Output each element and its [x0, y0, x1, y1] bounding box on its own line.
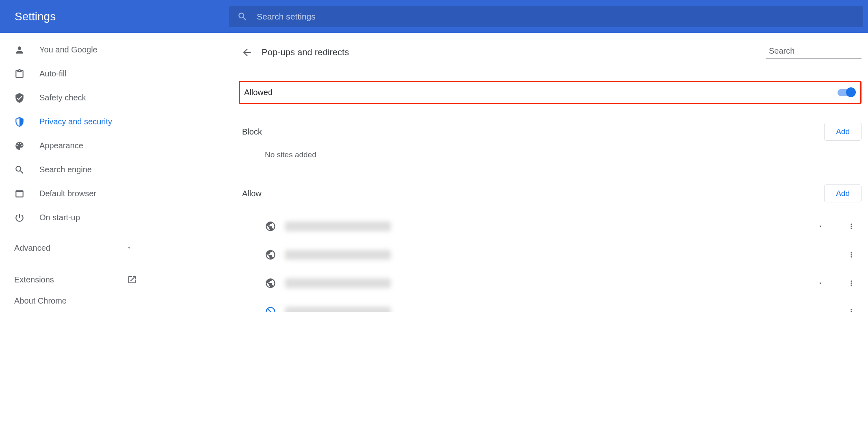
header-search-input[interactable] [257, 12, 855, 22]
site-more-button[interactable] [841, 279, 862, 287]
search-icon [14, 165, 25, 175]
allow-section-header: Allow Add [239, 182, 862, 205]
allow-site-row [239, 212, 862, 241]
site-more-button[interactable] [841, 251, 862, 259]
globe-icon [265, 221, 276, 232]
sidebar-item-appearance[interactable]: Appearance [0, 134, 229, 158]
site-expand-button[interactable] [808, 281, 833, 286]
site-url-redacted [285, 278, 391, 288]
globe-icon [265, 278, 276, 289]
site-favicon-icon [265, 306, 276, 312]
sidebar-extensions-link[interactable]: Extensions [0, 269, 148, 290]
sidebar-item-default-browser[interactable]: Default browser [0, 182, 229, 206]
block-section-label: Block [242, 127, 262, 137]
allow-site-row [239, 297, 862, 312]
sidebar-item-label: Search engine [39, 165, 92, 174]
site-url-redacted [285, 307, 391, 312]
sidebar-advanced-label: Advanced [14, 243, 50, 253]
allow-site-row [239, 241, 862, 269]
sidebar-item-label: Safety check [39, 93, 86, 102]
arrow-back-icon [241, 47, 253, 58]
sidebar-item-you-and-google[interactable]: You and Google [0, 38, 229, 62]
block-section-header: Block Add [239, 120, 862, 143]
site-expand-button[interactable] [808, 224, 833, 229]
page-search-input[interactable] [769, 46, 868, 56]
row-divider [837, 247, 837, 263]
shield-icon [14, 117, 25, 127]
allow-add-button[interactable]: Add [824, 184, 862, 202]
allowed-toggle-row: Allowed [239, 81, 862, 104]
block-empty-text: No sites added [239, 150, 862, 159]
sidebar-item-autofill[interactable]: Auto-fill [0, 62, 229, 86]
search-icon [237, 11, 248, 22]
block-add-button[interactable]: Add [824, 123, 862, 141]
row-divider [837, 218, 837, 234]
browser-icon [14, 189, 25, 199]
sidebar-item-on-startup[interactable]: On start-up [0, 206, 229, 230]
sidebar-item-privacy-security[interactable]: Privacy and security [0, 110, 229, 134]
sidebar-item-label: Auto-fill [39, 69, 67, 78]
row-divider [837, 275, 837, 291]
allowed-toggle-label: Allowed [244, 88, 273, 97]
sidebar-item-safety-check[interactable]: Safety check [0, 86, 229, 110]
allow-section-label: Allow [242, 189, 262, 198]
main-content: Pop-ups and redirects Allowed Block Add … [229, 33, 868, 312]
verified-shield-icon [14, 93, 25, 103]
sidebar-item-label: On start-up [39, 213, 80, 222]
sidebar-item-label: You and Google [39, 45, 97, 54]
row-divider [837, 304, 837, 312]
sidebar-link-label: Extensions [14, 275, 54, 284]
back-button[interactable] [239, 44, 255, 61]
sidebar-divider [0, 264, 148, 264]
site-more-button[interactable] [841, 308, 862, 312]
chevron-down-icon [126, 245, 132, 251]
header-search[interactable] [229, 6, 863, 27]
sidebar-item-label: Default browser [39, 189, 96, 198]
allow-site-row [239, 269, 862, 297]
main-header: Pop-ups and redirects [239, 44, 862, 61]
site-more-button[interactable] [841, 222, 862, 230]
app-header: Settings [0, 0, 868, 33]
sidebar-advanced-toggle[interactable]: Advanced [0, 237, 148, 259]
palette-icon [14, 141, 25, 151]
power-icon [14, 213, 25, 223]
sidebar-item-label: Appearance [39, 141, 83, 150]
sidebar-link-label: About Chrome [14, 296, 67, 306]
person-icon [14, 45, 25, 55]
page-title: Pop-ups and redirects [262, 47, 766, 58]
app-title: Settings [15, 10, 229, 23]
sidebar-item-label: Privacy and security [39, 117, 112, 126]
clipboard-icon [14, 69, 25, 79]
allow-site-list [239, 212, 862, 312]
page-search[interactable] [766, 46, 862, 59]
open-in-new-icon [127, 275, 137, 284]
sidebar-item-search-engine[interactable]: Search engine [0, 158, 229, 182]
globe-icon [265, 249, 276, 260]
sidebar: You and Google Auto-fill Safety check Pr… [0, 33, 229, 312]
site-url-redacted [285, 250, 391, 260]
site-url-redacted [285, 221, 391, 231]
sidebar-about-link[interactable]: About Chrome [0, 290, 148, 311]
allowed-toggle-switch[interactable] [838, 89, 855, 96]
